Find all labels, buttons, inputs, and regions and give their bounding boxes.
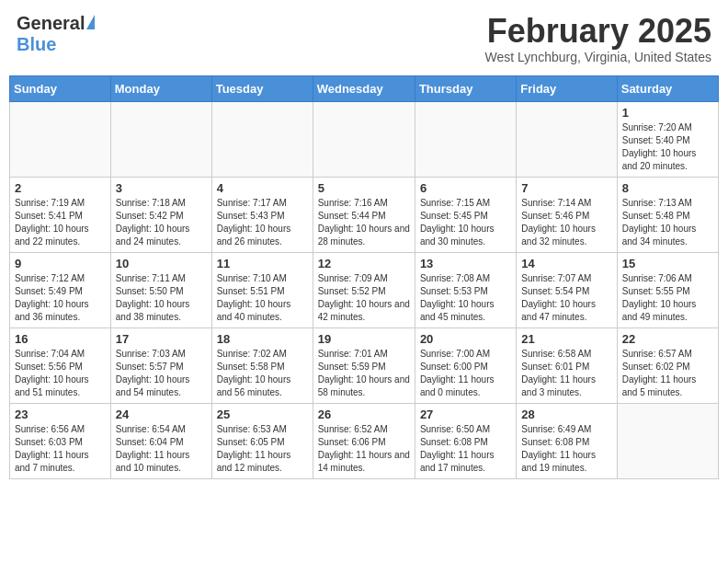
calendar-cell: 27Sunrise: 6:50 AM Sunset: 6:08 PM Dayli… [415,403,516,478]
day-number: 24 [116,408,207,421]
calendar-cell [617,403,718,478]
day-info: Sunrise: 7:12 AM Sunset: 5:49 PM Dayligh… [15,272,106,324]
calendar-cell: 21Sunrise: 6:58 AM Sunset: 6:01 PM Dayli… [517,327,617,403]
calendar-cell: 22Sunrise: 6:57 AM Sunset: 6:02 PM Dayli… [617,327,718,403]
day-info: Sunrise: 7:08 AM Sunset: 5:53 PM Dayligh… [420,272,511,324]
day-number: 9 [15,257,106,270]
calendar-cell: 24Sunrise: 6:54 AM Sunset: 6:04 PM Dayli… [110,403,211,478]
calendar-cell: 26Sunrise: 6:52 AM Sunset: 6:06 PM Dayli… [313,403,415,478]
day-info: Sunrise: 6:50 AM Sunset: 6:08 PM Dayligh… [420,423,511,475]
column-header-monday: Monday [110,75,211,101]
column-header-tuesday: Tuesday [211,75,313,101]
day-number: 17 [116,332,207,346]
day-number: 7 [521,181,611,195]
day-number: 4 [217,181,308,195]
day-info: Sunrise: 7:17 AM Sunset: 5:43 PM Dayligh… [217,197,308,248]
calendar-cell: 2Sunrise: 7:19 AM Sunset: 5:41 PM Daylig… [10,177,111,252]
day-number: 20 [420,332,511,346]
logo-blue-text: Blue [17,34,56,54]
day-info: Sunrise: 7:15 AM Sunset: 5:45 PM Dayligh… [420,197,511,248]
calendar-cell: 15Sunrise: 7:06 AM Sunset: 5:55 PM Dayli… [617,252,718,327]
calendar-cell: 3Sunrise: 7:18 AM Sunset: 5:42 PM Daylig… [110,177,211,252]
calendar-cell: 1Sunrise: 7:20 AM Sunset: 5:40 PM Daylig… [617,101,718,177]
calendar-body: 1Sunrise: 7:20 AM Sunset: 5:40 PM Daylig… [10,101,719,478]
day-info: Sunrise: 6:49 AM Sunset: 6:08 PM Dayligh… [521,423,611,475]
day-number: 23 [15,408,106,421]
day-info: Sunrise: 7:18 AM Sunset: 5:42 PM Dayligh… [116,197,207,248]
day-info: Sunrise: 7:13 AM Sunset: 5:48 PM Dayligh… [622,197,713,248]
logo-general-text: General [17,13,85,34]
calendar-week-5: 23Sunrise: 6:56 AM Sunset: 6:03 PM Dayli… [10,403,719,478]
calendar-cell: 6Sunrise: 7:15 AM Sunset: 5:45 PM Daylig… [415,177,516,252]
calendar-week-3: 9Sunrise: 7:12 AM Sunset: 5:49 PM Daylig… [10,252,719,327]
day-info: Sunrise: 6:56 AM Sunset: 6:03 PM Dayligh… [15,423,106,475]
month-title: February 2025 [485,13,711,50]
day-number: 22 [622,332,713,346]
day-info: Sunrise: 7:04 AM Sunset: 5:56 PM Dayligh… [15,348,106,399]
calendar-cell: 17Sunrise: 7:03 AM Sunset: 5:57 PM Dayli… [110,327,211,403]
day-info: Sunrise: 7:11 AM Sunset: 5:50 PM Dayligh… [116,272,207,324]
calendar-cell: 7Sunrise: 7:14 AM Sunset: 5:46 PM Daylig… [517,177,617,252]
day-info: Sunrise: 7:02 AM Sunset: 5:58 PM Dayligh… [217,348,308,399]
calendar-cell: 18Sunrise: 7:02 AM Sunset: 5:58 PM Dayli… [211,327,313,403]
day-number: 18 [217,332,308,346]
calendar-cell [517,101,617,177]
day-info: Sunrise: 6:57 AM Sunset: 6:02 PM Dayligh… [622,348,713,399]
calendar-week-4: 16Sunrise: 7:04 AM Sunset: 5:56 PM Dayli… [10,327,719,403]
day-number: 19 [318,332,410,346]
calendar-cell [313,101,415,177]
calendar-cell: 14Sunrise: 7:07 AM Sunset: 5:54 PM Dayli… [517,252,617,327]
day-info: Sunrise: 6:53 AM Sunset: 6:05 PM Dayligh… [217,423,308,475]
column-header-wednesday: Wednesday [313,75,415,101]
column-header-sunday: Sunday [10,75,111,101]
calendar-cell: 19Sunrise: 7:01 AM Sunset: 5:59 PM Dayli… [313,327,415,403]
day-info: Sunrise: 6:52 AM Sunset: 6:06 PM Dayligh… [318,423,410,475]
calendar-cell: 13Sunrise: 7:08 AM Sunset: 5:53 PM Dayli… [415,252,516,327]
calendar-cell: 10Sunrise: 7:11 AM Sunset: 5:50 PM Dayli… [110,252,211,327]
day-number: 6 [420,181,511,195]
calendar-week-1: 1Sunrise: 7:20 AM Sunset: 5:40 PM Daylig… [10,101,719,177]
day-number: 3 [116,181,207,195]
location-text: West Lynchburg, Virginia, United States [485,50,711,64]
day-number: 2 [15,181,106,195]
day-info: Sunrise: 6:54 AM Sunset: 6:04 PM Dayligh… [116,423,207,475]
day-number: 8 [622,181,713,195]
calendar-cell: 20Sunrise: 7:00 AM Sunset: 6:00 PM Dayli… [415,327,516,403]
day-number: 12 [318,257,410,270]
day-info: Sunrise: 7:20 AM Sunset: 5:40 PM Dayligh… [622,121,713,173]
calendar-cell: 9Sunrise: 7:12 AM Sunset: 5:49 PM Daylig… [10,252,111,327]
day-number: 16 [15,332,106,346]
calendar-cell: 23Sunrise: 6:56 AM Sunset: 6:03 PM Dayli… [10,403,111,478]
logo-triangle-icon [86,15,95,29]
calendar-cell [415,101,516,177]
calendar-cell [110,101,211,177]
logo: General Blue [17,13,95,55]
day-number: 13 [420,257,511,270]
day-info: Sunrise: 7:03 AM Sunset: 5:57 PM Dayligh… [116,348,207,399]
calendar-cell: 5Sunrise: 7:16 AM Sunset: 5:44 PM Daylig… [313,177,415,252]
day-info: Sunrise: 7:06 AM Sunset: 5:55 PM Dayligh… [622,272,713,324]
day-info: Sunrise: 6:58 AM Sunset: 6:01 PM Dayligh… [521,348,611,399]
day-info: Sunrise: 7:19 AM Sunset: 5:41 PM Dayligh… [15,197,106,248]
day-number: 25 [217,408,308,421]
calendar-cell: 11Sunrise: 7:10 AM Sunset: 5:51 PM Dayli… [211,252,313,327]
calendar-cell: 28Sunrise: 6:49 AM Sunset: 6:08 PM Dayli… [517,403,617,478]
column-header-friday: Friday [517,75,617,101]
day-number: 27 [420,408,511,421]
calendar-header-row: SundayMondayTuesdayWednesdayThursdayFrid… [10,75,719,101]
title-section: February 2025 West Lynchburg, Virginia, … [485,13,711,64]
page-header: General Blue February 2025 West Lynchbur… [9,9,719,68]
day-number: 5 [318,181,410,195]
calendar-cell: 16Sunrise: 7:04 AM Sunset: 5:56 PM Dayli… [10,327,111,403]
day-number: 11 [217,257,308,270]
day-number: 10 [116,257,207,270]
calendar-cell [10,101,111,177]
day-info: Sunrise: 7:09 AM Sunset: 5:52 PM Dayligh… [318,272,410,324]
calendar-week-2: 2Sunrise: 7:19 AM Sunset: 5:41 PM Daylig… [10,177,719,252]
day-info: Sunrise: 7:16 AM Sunset: 5:44 PM Dayligh… [318,197,410,248]
day-info: Sunrise: 7:10 AM Sunset: 5:51 PM Dayligh… [217,272,308,324]
day-number: 14 [521,257,611,270]
day-number: 21 [521,332,611,346]
day-info: Sunrise: 7:00 AM Sunset: 6:00 PM Dayligh… [420,348,511,399]
calendar-cell: 25Sunrise: 6:53 AM Sunset: 6:05 PM Dayli… [211,403,313,478]
